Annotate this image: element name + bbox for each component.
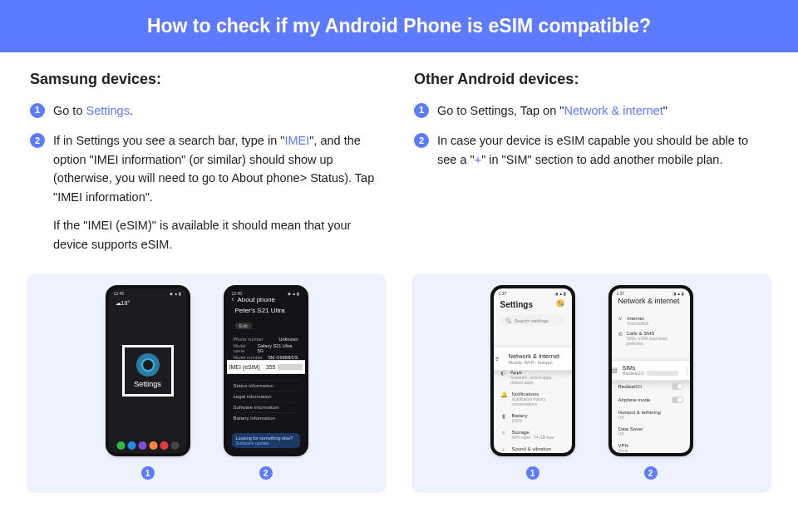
device-name: Peter's S21 Ultra <box>235 307 305 314</box>
screenshot-index-icon: 1 <box>526 466 539 480</box>
step-number-icon: 1 <box>30 103 45 118</box>
list-item: Legal information <box>234 391 298 401</box>
samsung-column: Samsung devices: 1 Go to Settings. 2 If … <box>30 71 384 265</box>
status-bar: 1:37◑ ▲ ▮ <box>617 291 685 296</box>
status-bar: 12:45◆ ▲ ▮ <box>114 291 182 296</box>
cta-link: Software update <box>236 441 296 446</box>
list-item: Airplane mode <box>618 393 683 406</box>
list-item: Software information <box>234 401 298 412</box>
row-sub: AndroidWifi <box>628 321 649 326</box>
dock-icons <box>116 441 179 450</box>
toggle-icon <box>672 383 683 390</box>
settings-link[interactable]: Settings <box>86 104 130 117</box>
other-step-1: 1 Go to Settings, Tap on "Network & inte… <box>414 101 768 120</box>
svg-point-1 <box>558 302 559 303</box>
search-settings: 🔍Search settings <box>500 315 565 326</box>
text: Go to <box>53 104 86 117</box>
list-item: Hotspot & tetheringOff <box>618 406 683 423</box>
phone-mock: 1:37◑ ▲ ▮ Network & internet ᯤInternetAn… <box>608 285 693 456</box>
text: " <box>663 104 667 117</box>
imei-highlight: IMEI (eSIM) 355 <box>224 360 308 374</box>
list-item: Data SaverOff <box>618 423 683 440</box>
network-title: Network & internet <box>618 297 680 305</box>
label: Phone number <box>234 337 264 342</box>
sim-icon: ▤ <box>611 367 618 374</box>
storage-icon: ≡ <box>500 430 507 436</box>
masked-value <box>647 371 678 376</box>
step-body: Go to Settings. <box>53 101 384 120</box>
screenshot-row: 12:45◆ ▲ ▮ ☁18° Settings 1 12:45◆ ▲ ▮ <box>0 265 798 493</box>
text: Go to Settings, Tap on " <box>437 104 564 117</box>
other-step-2: 2 In case your device is eSIM capable yo… <box>414 131 768 169</box>
text: If in Settings you see a search bar, typ… <box>53 134 284 147</box>
network-internet-link[interactable]: Network & internet <box>564 104 663 117</box>
bell-icon: 🔔 <box>500 392 507 398</box>
search-placeholder: Search settings <box>515 318 549 323</box>
screenshot-index-icon: 2 <box>259 466 273 480</box>
value: Galaxy S21 Ultra 5G <box>258 343 298 353</box>
toggle-icon <box>672 397 683 403</box>
samsung-step-2: 2 If in Settings you see a search bar, t… <box>30 131 384 254</box>
gear-icon <box>136 353 160 377</box>
other-column: Other Android devices: 1 Go to Settings,… <box>414 71 768 265</box>
step-body: Go to Settings, Tap on "Network & intern… <box>437 101 768 120</box>
apps-icon: ◐ <box>500 370 506 377</box>
phone-mock: 12:45◆ ▲ ▮ ‹ About phone Peter's S21 Ult… <box>224 285 308 456</box>
net-title: Network & internet <box>509 352 560 360</box>
samsung-step-1: 1 Go to Settings. <box>30 101 384 120</box>
row-sub: SIMs, eSIM download, preferred <box>627 336 683 346</box>
list-item: ◐AppsAssistant, recent apps, default app… <box>500 367 565 388</box>
step-body: In case your device is eSIM capable you … <box>437 131 768 169</box>
list-item: VPNNone <box>618 440 683 456</box>
list-item: Status information <box>234 380 298 391</box>
sims-title: SIMs <box>623 365 682 371</box>
plus-icon: + <box>687 367 692 375</box>
svg-point-2 <box>560 303 563 306</box>
about-title: About phone <box>238 296 275 303</box>
weather-widget: ☁18° <box>116 300 131 307</box>
step-number-icon: 1 <box>414 103 429 118</box>
masked-value <box>278 364 303 370</box>
imei-link[interactable]: IMEI <box>284 134 309 147</box>
plus-link[interactable]: + <box>475 153 481 166</box>
sound-icon: ♪ <box>500 446 507 452</box>
label: Model name <box>234 343 258 353</box>
phone-mock: 1:37◑ ▲ ▮ Settings 🔍Search settings ᯤ Ne… <box>490 285 575 456</box>
list-item: Battery information <box>234 412 298 423</box>
value: Unknown <box>279 337 298 342</box>
software-cta: Looking for something else? Software upd… <box>232 433 300 448</box>
content-columns: Samsung devices: 1 Go to Settings. 2 If … <box>0 52 798 265</box>
step-number-icon: 2 <box>30 133 45 148</box>
step-body: If in Settings you see a search bar, typ… <box>53 131 384 254</box>
other-phone-1: 1:37◑ ▲ ▮ Settings 🔍Search settings ᯤ Ne… <box>490 285 575 480</box>
edit-pill: Edit <box>235 323 252 329</box>
wifi-icon: ᯤ <box>495 355 502 363</box>
samsung-phone-2: 12:45◆ ▲ ▮ ‹ About phone Peter's S21 Ult… <box>224 285 308 480</box>
text: . <box>130 104 133 117</box>
text: " in "SIM" section to add another mobile… <box>481 153 722 166</box>
samsung-title: Samsung devices: <box>30 71 384 88</box>
step-number-icon: 2 <box>414 133 429 148</box>
settings-list: ◐AppsAssistant, recent apps, default app… <box>500 367 565 456</box>
settings-highlight: Settings <box>122 345 174 397</box>
list-item: ♪Sound & vibration <box>500 443 565 456</box>
page-header: How to check if my Android Phone is eSIM… <box>0 0 798 52</box>
status-bar: 1:37◑ ▲ ▮ <box>499 291 567 296</box>
info-list: Status information Legal information Sof… <box>234 380 298 423</box>
sims-highlight: ▤ SIMsRedteaGO + <box>608 360 693 381</box>
sims-sub: RedteaGO <box>623 371 644 376</box>
text: If the "IMEI (eSIM)" is available it sho… <box>53 216 384 254</box>
imei-label: IMEI (eSIM) <box>229 364 260 370</box>
net-sub: Mobile, Wi-Fi, hotspot <box>509 360 560 365</box>
battery-icon: ▮ <box>500 413 507 420</box>
phone-icon: ✆ <box>618 331 623 346</box>
other-screenshots-panel: 1:37◑ ▲ ▮ Settings 🔍Search settings ᯤ Ne… <box>411 273 771 493</box>
network-list: RedteaGO Airplane mode Hotspot & tetheri… <box>618 380 683 456</box>
other-phone-2: 1:37◑ ▲ ▮ Network & internet ᯤInternetAn… <box>608 285 693 480</box>
imei-prefix: 355 <box>266 364 276 370</box>
back-icon: ‹ <box>232 295 234 303</box>
wifi-icon: ᯤ <box>618 316 623 326</box>
list-item: ≡Storage42% used · 74 GB free <box>500 426 565 443</box>
samsung-phone-1: 12:45◆ ▲ ▮ ☁18° Settings 1 <box>106 285 190 480</box>
list-item: 🔔NotificationsNotification history, conv… <box>500 388 565 410</box>
